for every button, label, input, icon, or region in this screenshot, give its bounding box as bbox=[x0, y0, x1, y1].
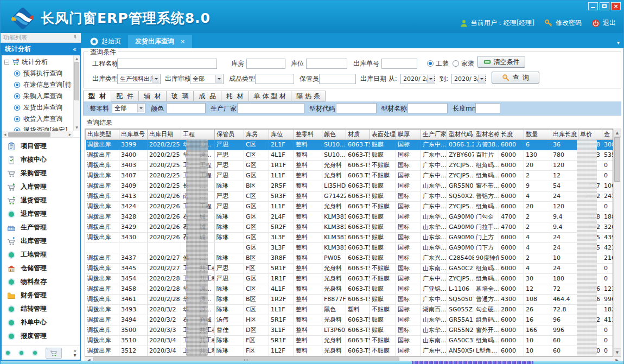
menu-item[interactable]: 补单中心 bbox=[2, 316, 80, 329]
tree-item[interactable]: 收货入库查询 bbox=[14, 113, 80, 125]
tree-item[interactable]: 在途信息查询[待 bbox=[14, 79, 80, 91]
table-row[interactable]: 调拨出库34582020/2/28华原…陈琳C区4L1F整料光身料6063-T5… bbox=[86, 284, 613, 295]
menu-item[interactable]: 财务管理 bbox=[2, 289, 80, 302]
column-header[interactable]: 保管员 bbox=[215, 130, 244, 140]
tree-item[interactable]: 预算执行查询 bbox=[14, 68, 80, 79]
product-type-input[interactable] bbox=[255, 74, 294, 84]
profile-code-input[interactable] bbox=[336, 103, 377, 113]
pin-icon[interactable] bbox=[72, 34, 78, 42]
profile-name-input[interactable] bbox=[407, 103, 448, 113]
material-tab[interactable]: 配 件 bbox=[111, 91, 139, 101]
close-button[interactable]: × bbox=[611, 2, 621, 10]
material-tab[interactable]: 成 品 bbox=[194, 91, 221, 101]
table-row[interactable]: 调拨出库34372020/2/27佛…陈琳B区3R8F整料PW056063-T5… bbox=[86, 253, 613, 264]
scroll-thumb[interactable] bbox=[8, 132, 50, 137]
date-from-select[interactable]: 2020/ 2/16 bbox=[400, 74, 435, 84]
green-dot-icon[interactable] bbox=[18, 350, 24, 356]
table-row[interactable]: 调拨出库34542020/2/28工共工程严思G区1R1F整料光身料6063-T… bbox=[86, 274, 613, 284]
table-row[interactable]: 调拨出库34282020/2/26石城陈琳G区2L4F整料KLM38176063… bbox=[86, 212, 613, 222]
gongzhuang-radio[interactable] bbox=[427, 60, 434, 67]
collapse-node-icon[interactable] bbox=[4, 60, 9, 65]
tree-vertical-scrollbar[interactable]: ▲▼ bbox=[73, 55, 80, 131]
section-header-statistics[interactable]: 统计分析 « bbox=[1, 43, 81, 55]
menu-item[interactable]: 出库管理 bbox=[2, 234, 80, 248]
column-header[interactable]: 数量 bbox=[524, 130, 551, 140]
column-header[interactable]: 型材名称 bbox=[474, 130, 499, 140]
table-row[interactable]: 调拨出库34452020/2/27工共工程严思F区5R1F整料光身料6063-T… bbox=[86, 264, 613, 274]
column-header[interactable]: 整零料 bbox=[294, 130, 322, 140]
material-tab[interactable]: 隔 热 条 bbox=[291, 91, 326, 101]
menu-item[interactable]: 生产管理 bbox=[2, 221, 80, 234]
column-header[interactable]: 材质 bbox=[346, 130, 370, 140]
table-row[interactable]: 调拨出库34132020/2/26南…严思C区5R3F整料G714226063-… bbox=[86, 191, 613, 202]
menu-item[interactable]: 入库管理 bbox=[2, 180, 80, 194]
table-row[interactable]: 调拨出库34072020/2/25工工程严思G区1L1F整料光身料6063-T5… bbox=[86, 171, 613, 181]
scroll-down-icon[interactable]: ▼ bbox=[614, 348, 621, 356]
table-row[interactable]: 调拨出库34932020/3/2华原…陈琳C区1L1F整料黑色塑料不贴膜国标湖南… bbox=[86, 305, 613, 315]
menu-item[interactable]: 仓储管理 bbox=[2, 261, 80, 275]
date-to-select[interactable]: 2020/ 3/16 bbox=[451, 74, 486, 84]
table-row[interactable]: 调拨出库35002020/3/3工共工程曹佳D区3L1F整料LT3P606063… bbox=[86, 325, 613, 336]
material-tab[interactable]: 单 体 型 材 bbox=[249, 91, 291, 101]
cart-shortcut-button[interactable] bbox=[46, 348, 62, 359]
column-header[interactable]: 出库日期 bbox=[148, 130, 181, 140]
material-tab[interactable]: 耗 材 bbox=[221, 91, 249, 101]
more-items-chevron[interactable]: »▾ bbox=[73, 349, 77, 357]
length-input[interactable] bbox=[475, 103, 500, 113]
menu-item[interactable]: 物料盘存 bbox=[2, 275, 80, 289]
column-header[interactable]: 颜色 bbox=[322, 130, 346, 140]
material-tab[interactable]: 玻 璃 bbox=[167, 91, 194, 101]
column-header[interactable]: 表面处理 bbox=[370, 130, 396, 140]
minimize-button[interactable] bbox=[588, 2, 598, 10]
scroll-right-icon[interactable]: ▶ bbox=[67, 132, 73, 136]
table-horizontal-scrollbar[interactable]: ◀ ▶ bbox=[85, 356, 621, 361]
green-dot-icon[interactable] bbox=[5, 350, 11, 356]
table-row[interactable]: 调拨出库34612020/2/28华原…陈琳B区1R2F整料F8877FT606… bbox=[86, 295, 613, 305]
keeper-input[interactable] bbox=[319, 74, 356, 84]
menu-item[interactable]: 结转管理 bbox=[2, 302, 80, 316]
collapse-panel-icon[interactable]: « bbox=[73, 46, 77, 53]
column-header[interactable]: 工程 bbox=[181, 130, 215, 140]
green-dot-icon[interactable] bbox=[32, 350, 38, 356]
outbound-no-input[interactable] bbox=[381, 59, 417, 69]
table-row[interactable]: 调拨出库35122020/3/4工共工程陈琳F区1L2F整料光身料6063-T5… bbox=[86, 346, 613, 356]
gongzhuang-radio-label[interactable]: 工装 bbox=[436, 59, 449, 69]
tree-horizontal-scrollbar[interactable]: ◀▶ bbox=[2, 131, 73, 137]
scroll-up-icon[interactable]: ▲ bbox=[614, 129, 621, 137]
column-header[interactable]: 生产厂家 bbox=[421, 130, 447, 140]
table-row[interactable]: 调拨出库34092020/2/25长…陈琳B区2R5F整料LI35HD6063-… bbox=[86, 181, 613, 191]
column-header[interactable]: 出库长度 bbox=[551, 130, 578, 140]
jiazhuang-radio-label[interactable]: 家装 bbox=[461, 59, 474, 69]
color-input[interactable] bbox=[167, 103, 206, 113]
menu-item[interactable]: 退库管理 bbox=[2, 207, 80, 221]
tree-item[interactable]: 采购入库查询 bbox=[14, 91, 80, 102]
tree-root[interactable]: 统计分析 bbox=[2, 55, 80, 68]
material-tab[interactable]: 型 材 bbox=[83, 91, 111, 101]
scroll-up-icon[interactable]: ▲ bbox=[74, 55, 80, 62]
tab-home[interactable]: 起始页 bbox=[83, 35, 128, 48]
scroll-left-icon[interactable]: ◀ bbox=[2, 132, 8, 136]
table-vertical-scrollbar[interactable]: ▲ ▼ bbox=[613, 129, 621, 356]
table-row[interactable]: 调拨出库34242020/2/26工工程严思G区1L1F整料光身料6063-T5… bbox=[86, 202, 613, 212]
close-tab-icon[interactable]: × bbox=[180, 38, 185, 45]
logout-link[interactable]: 退出 bbox=[603, 18, 616, 28]
jiazhuang-radio[interactable] bbox=[453, 60, 459, 67]
column-header[interactable]: 型材代码 bbox=[447, 130, 474, 140]
column-header[interactable]: 库位 bbox=[269, 130, 294, 140]
table-row[interactable]: 调拨出库34292020/2/26石城陈琳G区5R2F整料KLM38176063… bbox=[86, 222, 613, 233]
material-tab[interactable]: 辅 材 bbox=[139, 91, 167, 101]
menu-item[interactable]: 退货管理 bbox=[2, 194, 80, 207]
table-row[interactable]: 调拨出库34942020/3/2石辉城汤伟H区5R1F整料光身料6063-T5贴… bbox=[86, 315, 613, 325]
table-row[interactable]: 调拨出库35102020/3/4工共工程陈琳F区5R1F整料光身料6063-T5… bbox=[86, 336, 613, 346]
column-header[interactable]: 库房 bbox=[244, 130, 269, 140]
project-name-input[interactable] bbox=[117, 59, 217, 69]
change-password-link[interactable]: 修改密码 bbox=[556, 18, 582, 28]
scroll-down-icon[interactable]: ▼ bbox=[74, 124, 80, 131]
table-row[interactable]: 调拨出库33992020/2/25华原…严思C区2L1F整料SU10…6063-… bbox=[86, 140, 613, 150]
maximize-button[interactable] bbox=[600, 2, 609, 10]
scroll-thumb[interactable] bbox=[74, 62, 79, 100]
menu-item[interactable]: 报废管理 bbox=[2, 329, 80, 343]
column-header[interactable]: 金 bbox=[602, 130, 613, 140]
column-header[interactable]: 出库类型 bbox=[86, 130, 119, 140]
tree-item[interactable]: 发货出库查询 bbox=[14, 102, 80, 113]
